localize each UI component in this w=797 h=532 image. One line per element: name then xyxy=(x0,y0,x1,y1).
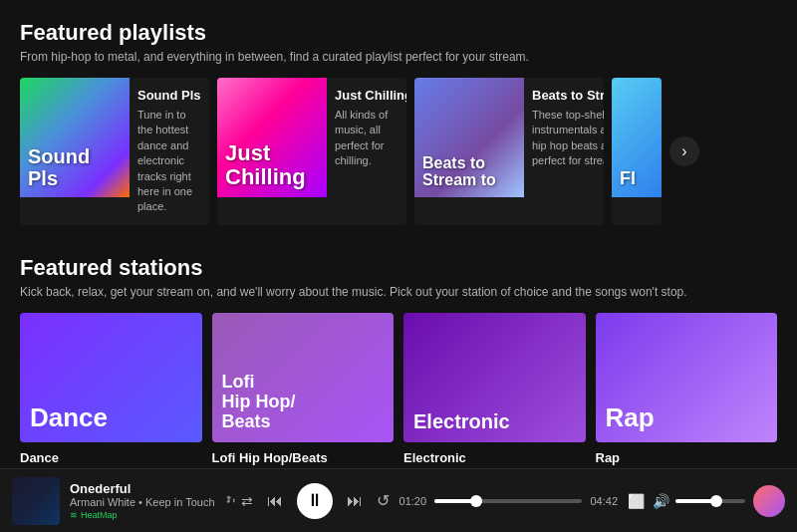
playlist-thumb-beats: Beats toStream to xyxy=(414,78,524,197)
progress-fill xyxy=(434,499,477,503)
progress-section: 01:20 04:42 xyxy=(399,495,618,507)
station-thumb-label-electronic: Electronic xyxy=(413,410,510,432)
heatmap-badge: ≋ HeatMap xyxy=(70,510,215,520)
album-art xyxy=(12,477,60,525)
playlist-thumb-label-beats: Beats toStream to xyxy=(422,154,496,189)
playlist-thumb-sound-pls: SoundPls xyxy=(20,78,130,197)
playlist-info-sound-pls: Sound Pls Tune in to the hottest dance a… xyxy=(130,78,209,225)
playlist-name-just-chilling: Just Chilling xyxy=(335,88,406,103)
playlist-thumb-just-chilling: JustChilling xyxy=(217,78,327,197)
station-name-dance: Dance xyxy=(20,450,202,465)
station-card-rap[interactable]: Rap Rap $NOT, Armani White, R.A.P. Ferre… xyxy=(596,313,778,468)
playback-controls: ⇄ ⏮ ⏸ ⏭ ↺ xyxy=(225,483,390,519)
repeat-button[interactable]: ↺ xyxy=(377,491,390,510)
station-thumb-rap: Rap xyxy=(596,313,778,442)
playlist-name-sound-pls: Sound Pls xyxy=(137,88,201,103)
np-right-controls: ⬜ 🔊 xyxy=(628,485,785,517)
user-avatar[interactable] xyxy=(753,485,785,517)
playlist-desc-sound-pls: Tune in to the hottest dance and electro… xyxy=(137,108,201,215)
track-info: Onederful Armani White • Keep in Touch ≋… xyxy=(70,481,215,520)
track-artist: Armani White • Keep in Touch xyxy=(70,496,215,508)
station-thumb-label-dance: Dance xyxy=(30,403,108,432)
volume-section: 🔊 xyxy=(653,493,745,509)
previous-button[interactable]: ⏮ xyxy=(267,492,283,510)
station-row: Dance Dance Claude Von Stroke, Nitro Fun… xyxy=(20,313,777,468)
playlist-thumb-label-sound-pls: SoundPls xyxy=(28,145,90,189)
station-card-electronic[interactable]: Electronic Electronic Chrome Sparks, Mr.… xyxy=(403,313,586,468)
playlist-info-just-chilling: Just Chilling All kinds of music, all pe… xyxy=(327,78,406,225)
station-thumb-lofi: LofiHip Hop/Beats xyxy=(212,313,395,442)
playlist-next-button[interactable]: › xyxy=(669,136,699,166)
volume-bar[interactable] xyxy=(675,499,745,503)
volume-fill xyxy=(675,499,717,503)
playlist-card-flow[interactable]: Fl xyxy=(612,78,662,225)
featured-playlists-title: Featured playlists xyxy=(20,20,777,46)
playlist-info-beats: Beats to Stream to These top-shelf chill… xyxy=(524,78,604,225)
time-current: 01:20 xyxy=(399,495,427,507)
play-pause-button[interactable]: ⏸ xyxy=(297,483,333,519)
playlist-thumb-flow: Fl xyxy=(612,78,662,197)
station-card-lofi[interactable]: LofiHip Hop/Beats Lofi Hip Hop/Beats Clo… xyxy=(212,313,395,468)
featured-stations-title: Featured stations xyxy=(20,255,777,281)
shuffle-button[interactable]: ⇄ xyxy=(225,493,253,509)
playlist-thumb-label-flow: Fl xyxy=(620,169,636,189)
station-thumb-label-lofi: LofiHip Hop/Beats xyxy=(222,373,296,431)
playlist-row: SoundPls Sound Pls Tune in to the hottes… xyxy=(20,78,777,225)
time-total: 04:42 xyxy=(590,495,618,507)
featured-stations-subtitle: Kick back, relax, get your stream on, an… xyxy=(20,285,777,299)
station-name-electronic: Electronic xyxy=(403,450,586,465)
playlist-card-beats[interactable]: Beats toStream to Beats to Stream to The… xyxy=(414,78,604,225)
album-art-image xyxy=(12,477,60,525)
playlist-desc-just-chilling: All kinds of music, all perfect for chil… xyxy=(335,108,406,169)
playlist-card-just-chilling[interactable]: JustChilling Just Chilling All kinds of … xyxy=(217,78,406,225)
main-content: Featured playlists From hip-hop to metal… xyxy=(0,0,797,468)
playlist-desc-beats: These top-shelf chill instrumentals and … xyxy=(532,108,604,169)
playlist-thumb-label-just-chilling: JustChilling xyxy=(225,141,306,189)
station-card-dance[interactable]: Dance Dance Claude Von Stroke, Nitro Fun… xyxy=(20,313,202,468)
track-name: Onederful xyxy=(70,481,215,496)
featured-playlists-section: Featured playlists From hip-hop to metal… xyxy=(20,20,777,225)
playlist-name-beats: Beats to Stream to xyxy=(532,88,604,103)
volume-button[interactable]: 🔊 xyxy=(653,493,669,509)
next-button[interactable]: ⏭ xyxy=(347,492,363,510)
station-thumb-dance: Dance xyxy=(20,313,202,442)
now-playing-bar: Onederful Armani White • Keep in Touch ≋… xyxy=(0,468,797,532)
station-name-lofi: Lofi Hip Hop/Beats xyxy=(212,450,395,465)
featured-playlists-subtitle: From hip-hop to metal, and everything in… xyxy=(20,50,777,64)
heatmap-icon: ≋ xyxy=(70,510,78,520)
station-thumb-electronic: Electronic xyxy=(403,313,586,442)
featured-stations-section: Featured stations Kick back, relax, get … xyxy=(20,255,777,468)
station-thumb-label-rap: Rap xyxy=(606,403,655,432)
progress-bar[interactable] xyxy=(434,499,582,503)
station-name-rap: Rap xyxy=(596,450,778,465)
heatmap-text: HeatMap xyxy=(81,510,118,520)
playlist-card-sound-pls[interactable]: SoundPls Sound Pls Tune in to the hottes… xyxy=(20,78,209,225)
fullscreen-button[interactable]: ⬜ xyxy=(628,493,645,509)
